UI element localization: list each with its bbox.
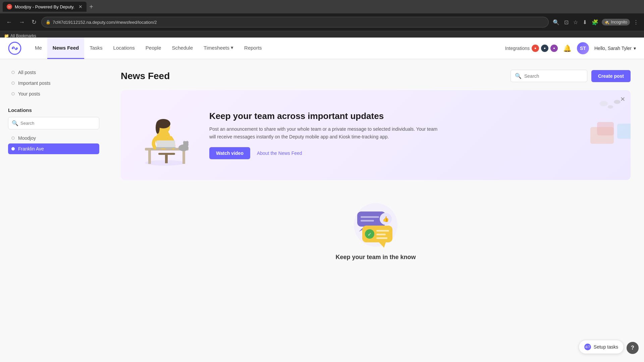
location-item-franklin[interactable]: Franklin Ave bbox=[8, 143, 99, 154]
timesheets-dropdown-icon: ▾ bbox=[231, 45, 233, 51]
search-input[interactable] bbox=[524, 73, 583, 79]
browser-nav: ← → ↻ 🔒 7cf47d19112152.na.deputy.com/#ne… bbox=[0, 13, 644, 31]
nav-me[interactable]: Me bbox=[30, 38, 47, 59]
header-right: 🔍 Create post bbox=[511, 70, 631, 82]
svg-rect-40 bbox=[376, 237, 387, 239]
banner: ✕ bbox=[121, 90, 631, 180]
search-box[interactable]: 🔍 bbox=[511, 70, 587, 82]
locations-search-box[interactable]: 🔍 bbox=[8, 117, 99, 129]
active-tab[interactable]: M Moodjoy - Powered By Deputy. ✕ bbox=[3, 2, 87, 12]
filter-all-posts[interactable]: All posts bbox=[8, 67, 99, 78]
locations-search-icon: 🔍 bbox=[12, 120, 18, 126]
location-dot-franklin bbox=[11, 147, 15, 150]
browser-tabs: M Moodjoy - Powered By Deputy. ✕ + bbox=[0, 0, 644, 13]
svg-point-2 bbox=[16, 47, 18, 49]
svg-point-12 bbox=[156, 122, 160, 134]
extensions-button[interactable]: 🧩 bbox=[590, 18, 600, 27]
url-text: 7cf47d19112152.na.deputy.com/#newsfeed/l… bbox=[53, 20, 157, 25]
incognito-badge: 🕵 Incognito bbox=[602, 19, 630, 25]
svg-rect-5 bbox=[148, 150, 151, 164]
help-button[interactable]: ? bbox=[627, 342, 639, 354]
user-menu-chevron: ▾ bbox=[634, 46, 636, 51]
app-logo[interactable] bbox=[8, 42, 21, 55]
banner-content: Keep your team across important updates … bbox=[209, 111, 620, 159]
banner-actions: Watch video About the News Feed bbox=[209, 147, 620, 159]
new-tab-button[interactable]: + bbox=[89, 3, 93, 11]
download-button[interactable]: ⬇ bbox=[581, 18, 588, 27]
setup-tasks-button[interactable]: 4/7 Setup tasks bbox=[579, 340, 624, 354]
svg-text:✓: ✓ bbox=[368, 232, 372, 237]
create-post-button[interactable]: Create post bbox=[591, 70, 631, 82]
main-content: All posts Important posts Your posts Loc… bbox=[0, 59, 644, 362]
bottom-illustration-image: 👍 ✓ bbox=[352, 201, 399, 248]
nav-newsfeed[interactable]: News Feed bbox=[47, 38, 84, 59]
user-greeting-text: Hello, Sarah Tyler bbox=[594, 46, 632, 51]
tab-close-button[interactable]: ✕ bbox=[78, 4, 83, 9]
integrations-label: Integrations bbox=[505, 46, 530, 51]
setup-tasks-label: Setup tasks bbox=[594, 344, 618, 350]
integrations-button[interactable]: Integrations ● ● ● bbox=[505, 45, 558, 52]
location-item-moodjoy[interactable]: Moodjoy bbox=[8, 133, 99, 143]
svg-point-1 bbox=[12, 47, 14, 49]
incognito-label: Incognito bbox=[611, 20, 627, 24]
tab-favicon: M bbox=[7, 4, 12, 9]
filter-dot-all bbox=[11, 71, 15, 74]
forward-button[interactable]: → bbox=[17, 17, 27, 27]
setup-tasks-badge: 4/7 bbox=[584, 344, 591, 350]
filter-dot-important bbox=[11, 81, 15, 85]
banner-title: Keep your team across important updates bbox=[209, 111, 620, 121]
nav-reports[interactable]: Reports bbox=[239, 38, 267, 59]
filter-important-posts[interactable]: Important posts bbox=[8, 78, 99, 88]
back-button[interactable]: ← bbox=[4, 17, 14, 27]
nav-right: Integrations ● ● ● 🔔 ST Hello, Sarah Tyl… bbox=[505, 42, 636, 54]
search-icon: 🔍 bbox=[515, 73, 522, 79]
nav-timesheets[interactable]: Timesheets ▾ bbox=[198, 38, 239, 59]
left-panel: All posts Important posts Your posts Loc… bbox=[0, 59, 107, 362]
top-nav: Me News Feed Tasks Locations People Sche… bbox=[0, 38, 644, 59]
locations-search-input[interactable] bbox=[20, 121, 96, 126]
banner-close-button[interactable]: ✕ bbox=[620, 96, 625, 103]
page-title: News Feed bbox=[121, 71, 170, 81]
svg-rect-30 bbox=[361, 216, 379, 218]
svg-rect-7 bbox=[158, 153, 175, 155]
nav-tasks[interactable]: Tasks bbox=[84, 38, 108, 59]
reload-button[interactable]: ↻ bbox=[30, 17, 39, 27]
svg-rect-6 bbox=[182, 150, 185, 164]
svg-rect-13 bbox=[157, 140, 175, 148]
user-greeting[interactable]: Hello, Sarah Tyler ▾ bbox=[594, 46, 636, 51]
page-header: News Feed 🔍 Create post bbox=[121, 70, 631, 82]
integration-dot-red: ● bbox=[532, 45, 539, 52]
filter-dot-yours bbox=[11, 92, 15, 96]
bookmark-button[interactable]: ☆ bbox=[572, 18, 579, 27]
filter-important-posts-label: Important posts bbox=[18, 80, 51, 86]
cast-button[interactable]: ⊡ bbox=[563, 18, 570, 27]
menu-button[interactable]: ⋮ bbox=[632, 18, 640, 27]
post-filters: All posts Important posts Your posts bbox=[8, 67, 99, 99]
banner-description: Post an announcement to share with your … bbox=[209, 125, 444, 140]
app-container: Me News Feed Tasks Locations People Sche… bbox=[0, 38, 644, 362]
nav-locations[interactable]: Locations bbox=[108, 38, 140, 59]
notifications-button[interactable]: 🔔 bbox=[563, 44, 572, 52]
locations-title: Locations bbox=[8, 107, 99, 113]
locations-section: Locations 🔍 Moodjoy Franklin Ave bbox=[8, 107, 99, 154]
integration-dot-dark: ● bbox=[541, 45, 548, 52]
help-icon: ? bbox=[631, 345, 634, 351]
content-area: News Feed 🔍 Create post ✕ bbox=[107, 59, 644, 362]
nav-people[interactable]: People bbox=[140, 38, 167, 59]
nav-right-buttons: 🔍 ⊡ ☆ ⬇ 🧩 🕵 Incognito ⋮ bbox=[551, 18, 640, 27]
nav-schedule[interactable]: Schedule bbox=[167, 38, 199, 59]
svg-rect-39 bbox=[376, 234, 386, 235]
watch-video-button[interactable]: Watch video bbox=[209, 147, 250, 159]
about-newsfeed-link[interactable]: About the News Feed bbox=[257, 150, 302, 156]
lock-icon: 🔒 bbox=[46, 20, 51, 24]
integration-dot-purple: ● bbox=[550, 45, 558, 52]
address-bar[interactable]: 🔒 7cf47d19112152.na.deputy.com/#newsfeed… bbox=[41, 17, 549, 27]
svg-rect-31 bbox=[361, 220, 374, 222]
location-dot-moodjoy bbox=[11, 136, 15, 140]
user-avatar: ST bbox=[577, 42, 589, 54]
incognito-icon: 🕵 bbox=[604, 20, 609, 24]
filter-your-posts-label: Your posts bbox=[18, 91, 40, 97]
search-icon-button[interactable]: 🔍 bbox=[551, 18, 561, 27]
filter-your-posts[interactable]: Your posts bbox=[8, 88, 99, 99]
svg-point-21 bbox=[600, 101, 608, 106]
